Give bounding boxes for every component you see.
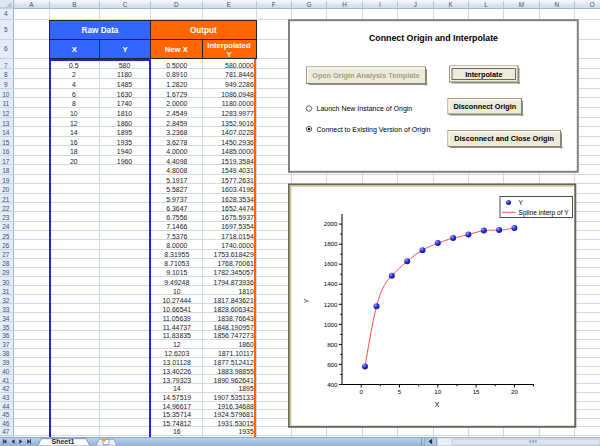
svg-text:8.71053: 8.71053 xyxy=(164,260,189,267)
svg-text:11.44737: 11.44737 xyxy=(163,324,191,331)
svg-text:E: E xyxy=(227,1,231,8)
svg-text:34: 34 xyxy=(2,315,10,322)
svg-text:1890.962641: 1890.962641 xyxy=(214,377,254,384)
svg-text:1180.0000: 1180.0000 xyxy=(222,100,254,107)
svg-text:H: H xyxy=(342,1,347,8)
svg-text:1000: 1000 xyxy=(324,321,338,328)
svg-text:J: J xyxy=(414,1,417,8)
svg-text:43: 43 xyxy=(2,394,10,401)
svg-text:Open Origin Analysis Template: Open Origin Analysis Template xyxy=(312,71,419,80)
svg-text:0.5: 0.5 xyxy=(69,62,79,69)
svg-text:39: 39 xyxy=(2,359,10,366)
svg-text:5.5827: 5.5827 xyxy=(166,186,187,193)
svg-text:Disconnect and Close Origin: Disconnect and Close Origin xyxy=(454,134,554,143)
svg-text:A: A xyxy=(29,1,34,8)
svg-text:9.49248: 9.49248 xyxy=(164,279,189,286)
svg-text:1883.98855: 1883.98855 xyxy=(217,368,254,375)
svg-text:15.74812: 15.74812 xyxy=(162,420,191,427)
svg-text:4.4098: 4.4098 xyxy=(166,158,187,165)
svg-text:6.3647: 6.3647 xyxy=(166,205,187,212)
svg-text:X: X xyxy=(72,45,78,54)
svg-text:40: 40 xyxy=(2,368,10,375)
svg-text:12: 12 xyxy=(70,120,78,127)
svg-text:5.9737: 5.9737 xyxy=(166,196,187,203)
svg-text:11.05639: 11.05639 xyxy=(163,315,191,322)
svg-text:29: 29 xyxy=(2,269,10,276)
svg-text:14: 14 xyxy=(173,385,181,392)
svg-text:4.0000: 4.0000 xyxy=(166,148,187,155)
svg-text:1675.5937: 1675.5937 xyxy=(221,214,254,221)
svg-text:45: 45 xyxy=(2,411,10,418)
svg-text:0.5000: 0.5000 xyxy=(166,62,187,69)
svg-text:20: 20 xyxy=(70,158,78,165)
svg-text:15.35714: 15.35714 xyxy=(162,411,191,418)
svg-text:15: 15 xyxy=(473,388,480,395)
svg-text:1895: 1895 xyxy=(117,129,132,136)
svg-text:8: 8 xyxy=(72,100,76,107)
svg-text:20: 20 xyxy=(511,388,518,395)
svg-text:7.1466: 7.1466 xyxy=(166,223,187,230)
svg-text:4: 4 xyxy=(4,10,8,17)
svg-text:1828.606342: 1828.606342 xyxy=(214,306,254,313)
svg-text:X: X xyxy=(435,401,440,408)
svg-text:10: 10 xyxy=(173,288,181,295)
svg-text:26: 26 xyxy=(2,242,10,249)
svg-text:7.5376: 7.5376 xyxy=(166,233,187,240)
svg-text:New X: New X xyxy=(165,45,189,54)
svg-text:6: 6 xyxy=(72,91,76,98)
svg-text:1549.4031: 1549.4031 xyxy=(221,167,254,174)
svg-text:1603.4196: 1603.4196 xyxy=(221,186,254,193)
svg-text:24: 24 xyxy=(2,223,10,230)
svg-text:1856.747273: 1856.747273 xyxy=(214,332,254,339)
svg-text:1740.0000: 1740.0000 xyxy=(221,242,254,249)
svg-text:18: 18 xyxy=(2,167,10,174)
svg-text:8.31955: 8.31955 xyxy=(164,251,189,258)
svg-text:28: 28 xyxy=(2,260,10,267)
svg-text:K: K xyxy=(449,1,454,8)
svg-text:22: 22 xyxy=(2,205,10,212)
svg-text:37: 37 xyxy=(2,341,10,348)
svg-text:13: 13 xyxy=(2,120,10,127)
svg-text:10.27444: 10.27444 xyxy=(162,297,191,304)
svg-text:7: 7 xyxy=(4,62,8,69)
svg-text:3.2368: 3.2368 xyxy=(166,129,187,136)
svg-text:46: 46 xyxy=(2,420,10,427)
svg-text:20: 20 xyxy=(2,186,10,193)
svg-text:1.6729: 1.6729 xyxy=(166,91,187,98)
svg-text:30: 30 xyxy=(2,279,10,286)
svg-text:4: 4 xyxy=(72,81,76,88)
svg-text:1960: 1960 xyxy=(117,158,132,165)
svg-text:14: 14 xyxy=(70,129,78,136)
svg-text:1086.0948: 1086.0948 xyxy=(221,91,254,98)
svg-text:14.57519: 14.57519 xyxy=(162,394,191,401)
svg-text:Connect Origin and Interpolate: Connect Origin and Interpolate xyxy=(369,33,498,43)
svg-text:D: D xyxy=(174,1,179,8)
svg-text:1860: 1860 xyxy=(117,120,132,127)
svg-text:1871.10117: 1871.10117 xyxy=(218,350,254,357)
svg-text:1838.76643: 1838.76643 xyxy=(217,315,254,322)
svg-text:1652.4474: 1652.4474 xyxy=(221,205,254,212)
svg-text:14.96617: 14.96617 xyxy=(162,403,191,410)
svg-text:F: F xyxy=(272,1,276,8)
svg-text:1630: 1630 xyxy=(117,91,132,98)
svg-text:32: 32 xyxy=(2,297,10,304)
svg-text:L: L xyxy=(484,1,488,8)
svg-text:580: 580 xyxy=(119,62,131,69)
svg-text:15: 15 xyxy=(2,139,10,146)
svg-text:21: 21 xyxy=(2,196,10,203)
svg-text:N: N xyxy=(555,1,560,8)
svg-text:B: B xyxy=(72,1,76,8)
svg-text:O: O xyxy=(590,1,595,8)
svg-text:1860: 1860 xyxy=(238,341,253,348)
svg-text:8: 8 xyxy=(4,71,8,78)
svg-text:0.8910: 0.8910 xyxy=(166,71,187,78)
svg-text:1600: 1600 xyxy=(324,260,338,267)
svg-text:13.01128: 13.01128 xyxy=(163,359,191,366)
svg-text:2000: 2000 xyxy=(324,220,338,227)
svg-text:1768.70061: 1768.70061 xyxy=(217,260,254,267)
svg-text:12.6203: 12.6203 xyxy=(164,350,189,357)
svg-text:12: 12 xyxy=(173,341,181,348)
svg-text:14: 14 xyxy=(2,129,10,136)
svg-text:1940: 1940 xyxy=(117,148,132,155)
svg-text:10.66541: 10.66541 xyxy=(162,306,191,313)
